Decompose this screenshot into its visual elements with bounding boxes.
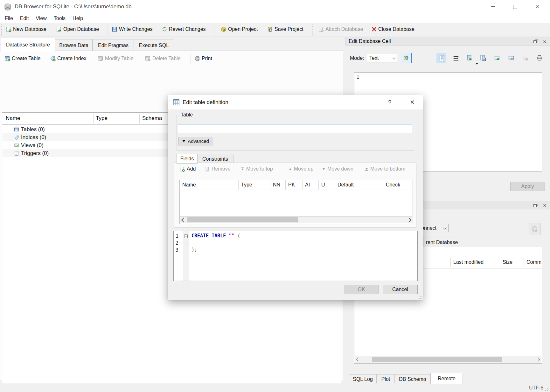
- toolbar-separator: [108, 24, 108, 35]
- tab-browse-data[interactable]: Browse Data: [55, 39, 93, 52]
- tab-execute-sql[interactable]: Execute SQL: [134, 39, 174, 52]
- column-divider[interactable]: [93, 114, 94, 123]
- auto-detect-mode-button[interactable]: [401, 53, 412, 63]
- open-database-button[interactable]: Open Database: [56, 26, 99, 32]
- table-name-input[interactable]: [178, 124, 412, 133]
- chevron-down-icon: [443, 226, 446, 229]
- print-button[interactable]: Print: [194, 56, 212, 61]
- print-cell-button[interactable]: [536, 55, 543, 61]
- tab-label: Remote: [438, 376, 456, 382]
- grid-column-u[interactable]: U: [319, 180, 335, 190]
- app-icon: [4, 3, 11, 11]
- column-header-size[interactable]: Size: [503, 259, 512, 265]
- ok-button: OK: [344, 285, 379, 294]
- create-table-icon: [4, 56, 10, 61]
- tab-database-structure[interactable]: Database Structure: [1, 38, 55, 52]
- dock-close-button[interactable]: ×: [543, 202, 547, 208]
- open-project-button[interactable]: Open Project: [221, 26, 258, 32]
- open-project-icon: [221, 26, 226, 32]
- toolbar-separator: [312, 24, 313, 35]
- tab-fields[interactable]: Fields: [177, 154, 198, 164]
- scrollbar-thumb[interactable]: [187, 217, 298, 222]
- tab-remote[interactable]: Remote: [430, 373, 463, 384]
- move-up-icon: [289, 167, 292, 171]
- column-divider[interactable]: [499, 258, 499, 267]
- connect-select[interactable]: onnect: [419, 224, 449, 232]
- encoding-indicator[interactable]: UTF-8: [529, 385, 543, 391]
- new-database-label: New Database: [13, 26, 46, 32]
- scroll-right-icon[interactable]: [405, 217, 412, 223]
- grid-column-ai[interactable]: AI: [303, 180, 319, 190]
- tab-edit-pragmas[interactable]: Edit Pragmas: [93, 39, 134, 52]
- new-database-button[interactable]: New Database: [6, 26, 46, 32]
- scroll-left-icon[interactable]: [355, 356, 361, 363]
- dialog-help-button[interactable]: ?: [384, 98, 395, 107]
- word-wrap-button[interactable]: [453, 56, 459, 61]
- import-cell-button[interactable]: [466, 55, 473, 61]
- window-close-button[interactable]: ×: [530, 2, 545, 12]
- tab-sql-log[interactable]: SQL Log: [349, 374, 377, 384]
- move-to-top-label: Move to top: [246, 166, 273, 172]
- grid-column-default[interactable]: Default: [335, 180, 383, 190]
- menu-help[interactable]: Help: [69, 14, 87, 23]
- create-index-button[interactable]: Create Index: [50, 56, 87, 61]
- column-header-commit[interactable]: Comm: [526, 259, 541, 265]
- scrollbar-thumb[interactable]: [372, 357, 502, 362]
- dialog-close-button[interactable]: ×: [406, 97, 419, 107]
- column-divider[interactable]: [450, 258, 451, 267]
- column-header-schema[interactable]: Schema: [142, 115, 162, 122]
- scroll-right-icon[interactable]: [535, 356, 541, 363]
- dialog-resize-grip[interactable]: [418, 295, 422, 299]
- table-group-label: Table: [179, 112, 194, 118]
- grid-column-nn[interactable]: NN: [270, 180, 286, 190]
- tab-plot[interactable]: Plot: [377, 374, 395, 384]
- move-to-top-button: Move to top: [241, 166, 273, 172]
- tree-row-label: Triggers (0): [21, 150, 49, 157]
- grid-column-type[interactable]: Type: [239, 180, 270, 190]
- grid-column-pk[interactable]: PK: [286, 180, 303, 190]
- text-mode-button[interactable]: [439, 55, 445, 62]
- add-field-button[interactable]: Add: [179, 166, 196, 172]
- save-project-button[interactable]: Save Project: [267, 26, 303, 32]
- tab-db-schema[interactable]: DB Schema: [395, 374, 430, 384]
- dialog-title-bar[interactable]: Edit table definition ? ×: [168, 95, 423, 109]
- link-cell-button[interactable]: [508, 55, 514, 61]
- open-in-window-button[interactable]: [494, 55, 500, 61]
- move-to-top-icon: [241, 167, 244, 171]
- column-header-last-modified[interactable]: Last modified: [453, 259, 484, 265]
- tab-label: SQL Log: [353, 376, 373, 382]
- grid-column-check[interactable]: Check: [383, 180, 413, 190]
- menu-edit[interactable]: Edit: [17, 14, 32, 23]
- print-icon: [194, 56, 200, 61]
- grid-horizontal-scrollbar[interactable]: [180, 216, 412, 223]
- menu-view[interactable]: View: [32, 14, 50, 23]
- mode-select[interactable]: Text: [367, 54, 398, 62]
- export-cell-button[interactable]: [480, 55, 486, 61]
- revert-changes-button[interactable]: Revert Changes: [162, 26, 206, 32]
- column-header-name[interactable]: Name: [6, 115, 20, 122]
- scroll-left-icon[interactable]: [180, 217, 187, 223]
- code-fold-icon[interactable]: [184, 234, 188, 238]
- remote-horizontal-scrollbar[interactable]: [355, 356, 541, 363]
- resize-grip[interactable]: [545, 387, 549, 391]
- create-table-button[interactable]: Create Table: [4, 56, 40, 61]
- move-to-bottom-label: Move to bottom: [370, 166, 405, 172]
- menu-file[interactable]: File: [1, 14, 17, 23]
- maximize-button[interactable]: [508, 2, 522, 12]
- cancel-button[interactable]: Cancel: [383, 285, 418, 294]
- write-changes-button[interactable]: Write Changes: [112, 26, 153, 32]
- tab-constraints[interactable]: Constraints: [197, 155, 233, 164]
- tab-current-database[interactable]: rent Database: [423, 237, 459, 247]
- grid-column-name[interactable]: Name: [180, 180, 239, 190]
- column-divider[interactable]: [139, 114, 140, 123]
- menu-tools[interactable]: Tools: [50, 14, 69, 23]
- column-divider[interactable]: [524, 258, 524, 267]
- import-dropdown-arrow[interactable]: [476, 63, 478, 65]
- close-database-button[interactable]: Close Database: [372, 26, 414, 32]
- new-database-icon: [6, 26, 11, 32]
- dock-close-button[interactable]: ×: [543, 38, 547, 45]
- sql-string: "": [229, 233, 234, 239]
- minimize-button[interactable]: [485, 2, 500, 12]
- column-header-type[interactable]: Type: [96, 115, 108, 122]
- advanced-button[interactable]: Advanced: [178, 137, 213, 145]
